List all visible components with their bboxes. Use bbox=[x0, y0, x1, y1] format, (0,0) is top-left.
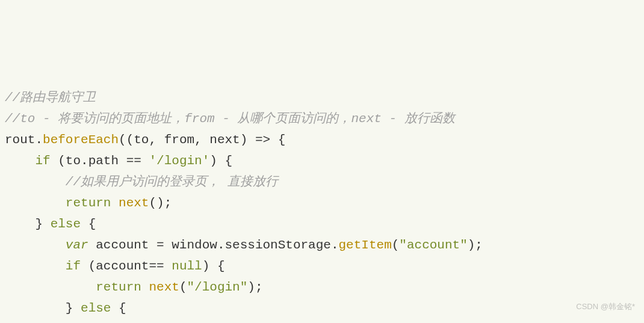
punct-text: (account== bbox=[81, 259, 172, 273]
punct-text: . bbox=[35, 133, 43, 147]
code-line-10: return next("/login"); bbox=[5, 277, 644, 298]
space bbox=[141, 280, 149, 294]
code-line-9: if (account== null) { bbox=[5, 256, 644, 277]
punct-text: { bbox=[270, 133, 285, 147]
method-text: next bbox=[149, 280, 179, 294]
comment-text: //如果用户访问的登录页， 直接放行 bbox=[66, 175, 278, 189]
punct-text: { bbox=[81, 217, 96, 231]
indent bbox=[5, 154, 35, 168]
comment-text: //to - 将要访问的页面地址，from - 从哪个页面访问的，next - … bbox=[5, 112, 455, 126]
indent bbox=[5, 280, 96, 294]
code-line-4: if (to.path == '/login') { bbox=[5, 150, 644, 171]
indent bbox=[5, 217, 35, 231]
code-line-11: } else { bbox=[5, 298, 644, 319]
string-text: "account" bbox=[399, 238, 467, 252]
punct-text: ); bbox=[247, 280, 262, 294]
indent bbox=[5, 301, 66, 315]
indent bbox=[5, 175, 66, 189]
string-text: "/login" bbox=[187, 280, 248, 294]
punct-text: ( bbox=[179, 280, 187, 294]
keyword-text: return bbox=[96, 280, 141, 294]
method-text: next bbox=[119, 196, 149, 210]
punct-text: ) { bbox=[202, 259, 225, 273]
punct-text: } bbox=[66, 301, 81, 315]
code-line-8: var account = window.sessionStorage.getI… bbox=[5, 235, 644, 256]
indent bbox=[5, 238, 66, 252]
method-text: beforeEach bbox=[43, 133, 119, 147]
keyword-text: else bbox=[51, 217, 81, 231]
indent bbox=[5, 259, 66, 273]
punct-text: (to.path == bbox=[51, 154, 149, 168]
punct-text: ) { bbox=[209, 154, 232, 168]
punct-text: { bbox=[111, 301, 126, 315]
keyword-text: else bbox=[81, 301, 111, 315]
keyword-text: var bbox=[66, 238, 88, 252]
punct-text: ); bbox=[468, 238, 483, 252]
method-text: getItem bbox=[339, 238, 392, 252]
code-line-6: return next(); bbox=[5, 192, 644, 214]
keyword-text: if bbox=[35, 154, 50, 168]
arrow-text: => bbox=[255, 133, 270, 147]
keyword-text: if bbox=[66, 259, 81, 273]
space bbox=[111, 196, 119, 210]
punct-text: ((to, from, next) bbox=[119, 133, 255, 147]
identifier-text: rout bbox=[5, 133, 35, 147]
punct-text: ( bbox=[392, 238, 400, 252]
comment-text: //路由导航守卫 bbox=[5, 91, 96, 105]
code-line-5: //如果用户访问的登录页， 直接放行 bbox=[5, 171, 644, 192]
watermark-text: CSDN @韩金铭* bbox=[576, 296, 635, 317]
keyword-text: return bbox=[66, 196, 111, 210]
code-editor: //路由导航守卫//to - 将要访问的页面地址，from - 从哪个页面访问的… bbox=[5, 87, 644, 323]
string-text: '/login' bbox=[149, 154, 209, 168]
keyword-text: null bbox=[172, 259, 202, 273]
punct-text: (); bbox=[149, 196, 172, 210]
code-line-1: //路由导航守卫 bbox=[5, 87, 644, 108]
code-line-2: //to - 将要访问的页面地址，from - 从哪个页面访问的，next - … bbox=[5, 108, 644, 129]
punct-text: } bbox=[35, 217, 50, 231]
indent bbox=[5, 196, 66, 210]
code-line-3: rout.beforeEach((to, from, next) => { bbox=[5, 129, 644, 150]
code-line-12: next(); bbox=[5, 319, 644, 323]
punct-text: account = window.sessionStorage. bbox=[88, 238, 339, 252]
code-line-7: } else { bbox=[5, 214, 644, 235]
